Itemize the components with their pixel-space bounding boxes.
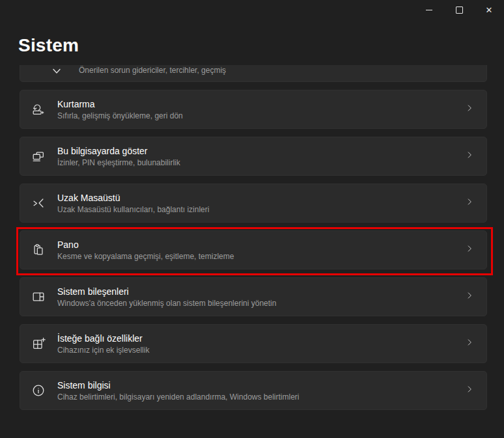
minimize-button[interactable] <box>414 0 444 20</box>
list-item-clipboard[interactable]: Pano Kesme ve kopyalama geçmişi, eşitlem… <box>20 230 487 269</box>
list-item-title: Kurtarma <box>57 98 465 110</box>
chevron-right-icon <box>465 291 474 303</box>
list-item-troubleshoot-partial[interactable]: Önerilen sorun gidericiler, tercihler, g… <box>20 65 487 82</box>
list-item-subtitle: Cihazınız için ek işlevsellik <box>57 346 465 355</box>
list-item-title: Sistem bilgisi <box>57 379 465 391</box>
list-item-subtitle: Cihaz belirtimleri, bilgisayarı yeniden … <box>57 392 465 402</box>
list-item-title: Sistem bileşenleri <box>57 286 465 297</box>
list-item-optional-features[interactable]: İsteğe bağlı özellikler Cihazınız için e… <box>20 324 487 363</box>
chevron-right-icon <box>465 385 474 396</box>
settings-list: Önerilen sorun gidericiler, tercihler, g… <box>0 65 504 438</box>
list-item-remote-desktop[interactable]: Uzak Masaüstü Uzak Masaüstü kullanıcılar… <box>20 184 487 223</box>
chevron-right-icon <box>465 338 474 349</box>
chevron-right-icon <box>465 197 474 209</box>
chevron-right-icon <box>465 103 474 115</box>
list-item-about[interactable]: Sistem bilgisi Cihaz belirtimleri, bilgi… <box>20 371 487 410</box>
list-item-title: İsteğe bağlı özellikler <box>57 333 465 344</box>
maximize-icon <box>456 7 463 14</box>
list-item-subtitle: İzinler, PIN eşleştirme, bulunabilirlik <box>57 158 465 168</box>
chevron-right-icon <box>465 244 474 256</box>
list-item-title: Bu bilgisayarda göster <box>57 145 465 157</box>
list-item-system-components[interactable]: Sistem bileşenleri Windows'a önceden yük… <box>20 277 487 316</box>
list-item-subtitle: Önerilen sorun gidericiler, tercihler, g… <box>79 66 226 75</box>
remote-desktop-icon <box>31 196 46 210</box>
info-icon <box>31 383 46 398</box>
project-to-pc-icon <box>31 149 46 163</box>
list-item-subtitle: Windows'a önceden yüklenmiş olan sistem … <box>57 299 465 308</box>
close-icon: ✕ <box>486 6 493 14</box>
maximize-button[interactable] <box>444 0 474 20</box>
minimize-icon <box>426 10 432 10</box>
optional-features-icon <box>31 336 46 351</box>
list-item-subtitle: Kesme ve kopyalama geçmişi, eşitleme, te… <box>57 252 465 262</box>
system-components-icon <box>31 290 46 304</box>
recovery-icon <box>31 102 46 116</box>
list-item-title: Uzak Masaüstü <box>57 192 465 204</box>
titlebar: ✕ <box>0 0 504 21</box>
list-item-title: Pano <box>57 239 465 251</box>
list-item-subtitle: Uzak Masaüstü kullanıcıları, bağlantı iz… <box>57 205 465 215</box>
list-item-projecting-to-this-pc[interactable]: Bu bilgisayarda göster İzinler, PIN eşle… <box>20 137 487 176</box>
page-title: Sistem <box>18 35 79 56</box>
close-button[interactable]: ✕ <box>474 0 504 20</box>
chevron-down-icon <box>52 65 61 77</box>
clipboard-icon <box>31 243 46 257</box>
list-item-recovery[interactable]: Kurtarma Sıfırla, gelişmiş önyükleme, ge… <box>20 90 487 129</box>
list-item-subtitle: Sıfırla, gelişmiş önyükleme, geri dön <box>57 111 465 121</box>
chevron-right-icon <box>465 150 474 162</box>
